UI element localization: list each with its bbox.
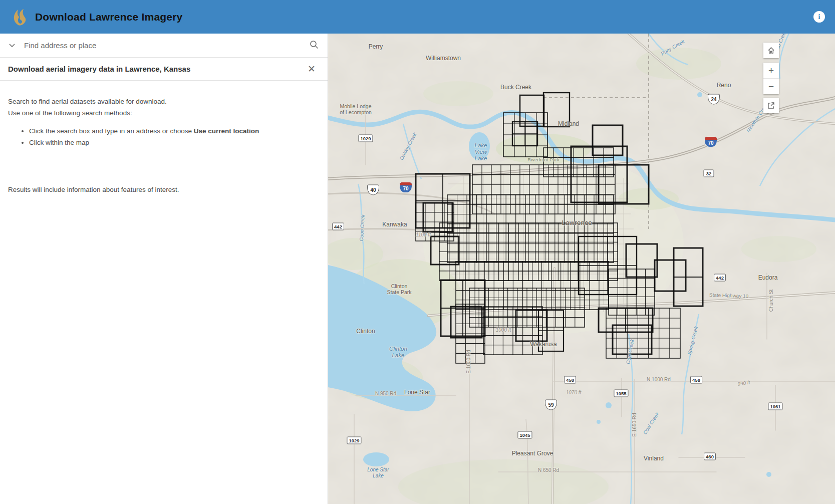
app-header: Download Lawrence Imagery i [0, 0, 835, 34]
basemap [328, 34, 835, 504]
panel-title-row: Download aerial imagery data in Lawrence… [0, 58, 328, 81]
intro-line-1: Search to find aerial datasets available… [8, 96, 319, 107]
search-input[interactable] [24, 41, 306, 50]
home-icon [767, 46, 775, 55]
zoom-in-button[interactable]: + [763, 63, 779, 78]
search-method-map: Click within the map [29, 137, 319, 148]
chevron-down-icon [9, 44, 15, 48]
results-note: Results will include information about f… [8, 184, 319, 195]
info-button[interactable]: i [813, 11, 825, 23]
panel-title: Download aerial imagery data in Lawrence… [8, 65, 304, 73]
search-source-dropdown[interactable] [9, 43, 24, 49]
search-method-address-text: Click the search box and type in an addr… [29, 127, 194, 135]
use-current-location-text: Use current location [194, 127, 259, 135]
side-panel: Download aerial imagery data in Lawrence… [0, 34, 328, 504]
search-methods-list: Click the search box and type in an addr… [29, 125, 319, 148]
home-button[interactable] [763, 43, 779, 58]
intro-line-2: Use one of the following search methods: [8, 107, 319, 119]
close-icon[interactable]: ✕ [304, 62, 320, 76]
export-icon [767, 101, 775, 110]
map-canvas[interactable]: PerryWilliamstownBuck CreekRenoMidlandMo… [328, 34, 835, 504]
panel-body: Search to find aerial datasets available… [0, 81, 328, 195]
search-method-address: Click the search box and type in an addr… [29, 125, 319, 137]
zoom-out-button[interactable]: − [763, 79, 779, 94]
search-icon [310, 40, 319, 49]
export-button[interactable] [763, 98, 779, 113]
lawrence-logo-icon [10, 6, 28, 28]
search-button[interactable] [306, 40, 319, 51]
page-title: Download Lawrence Imagery [35, 11, 182, 23]
zoom-control: + − [763, 63, 779, 94]
search-bar [0, 34, 328, 58]
